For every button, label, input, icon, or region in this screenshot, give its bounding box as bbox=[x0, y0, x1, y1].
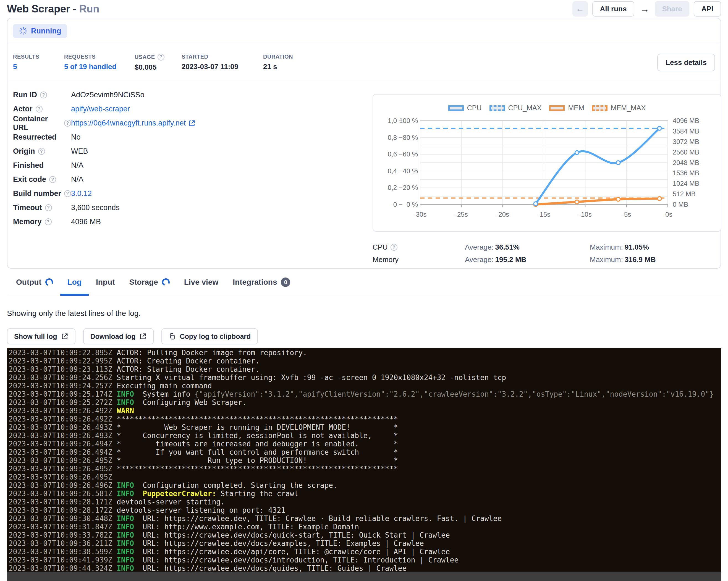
log-text: URL: https://crawlee.dev, TITLE: Crawlee… bbox=[134, 514, 502, 523]
button-label: Copy log to clipboard bbox=[180, 333, 251, 341]
copy-log-to-clipboard-button[interactable]: Copy log to clipboard bbox=[161, 328, 258, 344]
log-timestamp: 2023-03-07T10:09:38.599Z bbox=[8, 548, 112, 556]
svg-text:0 %: 0 % bbox=[407, 201, 418, 208]
field-row: Actor?apify/web-scraper bbox=[13, 102, 196, 116]
previous-run-button[interactable]: ← bbox=[572, 1, 588, 17]
tab-input[interactable]: Input bbox=[96, 278, 115, 287]
svg-text:-25s: -25s bbox=[455, 211, 468, 218]
tab-live-view[interactable]: Live view bbox=[184, 278, 218, 287]
log-timestamp: 2023-03-07T10:09:25.174Z bbox=[8, 390, 112, 398]
help-icon[interactable]: ? bbox=[49, 176, 56, 183]
next-run-button[interactable]: → bbox=[639, 4, 650, 15]
help-icon[interactable]: ? bbox=[40, 91, 47, 98]
external-link-icon bbox=[188, 120, 196, 127]
field-row: Origin?WEB bbox=[13, 144, 196, 158]
top-actions: ← All runs → Share API bbox=[572, 1, 721, 17]
field-value: N/A bbox=[71, 161, 83, 170]
log-timestamp: 2023-03-07T10:09:26.492Z bbox=[8, 406, 112, 415]
log-line: 2023-03-07T10:09:26.495Z * Run type to P… bbox=[8, 456, 721, 465]
legend-item-mem_max[interactable]: MEM_MAX bbox=[592, 104, 646, 112]
tab-log[interactable]: Log bbox=[68, 278, 81, 287]
help-icon[interactable]: ? bbox=[64, 190, 71, 197]
log-line: 2023-03-07T10:09:24.256Z Starting X virt… bbox=[8, 373, 721, 382]
log-text: URL: https://crawlee.dev/docs/examples, … bbox=[134, 539, 424, 548]
metrics-chart-card: CPUCPU_MAXMEMMEM_MAX 1,0100 %0,880 %0,66… bbox=[372, 94, 721, 232]
log-text: * If you want full control and performan… bbox=[112, 448, 398, 456]
button-label: Show full log bbox=[14, 333, 57, 341]
log-text bbox=[112, 548, 117, 556]
log-text bbox=[112, 390, 117, 398]
help-icon[interactable]: ? bbox=[158, 54, 164, 60]
field-value[interactable]: apify/web-scraper bbox=[71, 105, 130, 113]
download-log-button[interactable]: Download log bbox=[83, 328, 154, 344]
legend-item-cpu[interactable]: CPU bbox=[448, 104, 482, 112]
svg-text:2560 MB: 2560 MB bbox=[673, 149, 699, 156]
log-timestamp: 2023-03-07T10:09:26.495Z bbox=[8, 456, 112, 465]
log-line: 2023-03-07T10:09:25.272Z INFO Configurin… bbox=[8, 398, 721, 406]
share-button[interactable]: Share bbox=[655, 1, 689, 17]
help-icon[interactable]: ? bbox=[391, 244, 397, 251]
field-value[interactable]: 3.0.12 bbox=[71, 189, 92, 198]
loading-spinner-icon bbox=[161, 277, 171, 287]
help-icon[interactable]: ? bbox=[45, 218, 52, 225]
usage-row-memory: MemoryAverage:195.2 MBMaximum:316.9 MB bbox=[372, 254, 721, 266]
svg-text:0,6: 0,6 bbox=[388, 150, 397, 158]
field-label: Resurrected bbox=[13, 133, 71, 141]
tab-label: Integrations bbox=[233, 278, 277, 287]
svg-text:0,2: 0,2 bbox=[388, 184, 397, 191]
field-label: Memory? bbox=[13, 217, 71, 226]
help-icon[interactable]: ? bbox=[36, 106, 43, 112]
legend-item-cpu_max[interactable]: CPU_MAX bbox=[490, 104, 542, 112]
stat-value[interactable]: 5 bbox=[13, 62, 64, 71]
log-horizontal-scrollbar[interactable] bbox=[7, 572, 721, 581]
stat-duration: DURATION21 s bbox=[263, 54, 318, 72]
log-timestamp: 2023-03-07T10:09:26.495Z bbox=[8, 473, 112, 481]
log-text: ****************************************… bbox=[112, 415, 398, 423]
help-icon[interactable]: ? bbox=[38, 148, 45, 155]
log-text: INFO bbox=[116, 531, 134, 539]
api-button[interactable]: API bbox=[694, 1, 721, 17]
svg-text:-10s: -10s bbox=[579, 211, 592, 218]
all-runs-button[interactable]: All runs bbox=[592, 1, 634, 17]
page-title-separator: - bbox=[70, 3, 79, 15]
less-details-button[interactable]: Less details bbox=[657, 54, 715, 71]
stat-label: USAGE? bbox=[135, 54, 182, 60]
tab-output[interactable]: Output bbox=[16, 278, 53, 287]
log-line: 2023-03-07T10:09:26.494Z * timeouts are … bbox=[8, 440, 721, 448]
log-line: 2023-03-07T10:09:31.847Z INFO URL: http:… bbox=[8, 523, 721, 531]
svg-text:0 MB: 0 MB bbox=[673, 201, 688, 208]
log-timestamp: 2023-03-07T10:09:26.494Z bbox=[8, 448, 112, 456]
log-text: URL: https://crawlee.dev/api/core, TITLE… bbox=[134, 548, 450, 556]
field-value: AdOz5evimh9NCiSSo bbox=[71, 91, 145, 99]
log-timestamp: 2023-03-07T10:09:25.272Z bbox=[8, 398, 112, 406]
log-text: INFO bbox=[116, 564, 134, 573]
legend-swatch bbox=[592, 105, 607, 111]
legend-label: CPU bbox=[467, 104, 482, 112]
log-console[interactable]: 2023-03-07T10:09:22.895Z ACTOR: Pulling … bbox=[7, 348, 721, 581]
tab-storage[interactable]: Storage bbox=[129, 278, 170, 287]
log-text: ACTOR: Pulling Docker image from reposit… bbox=[112, 348, 307, 357]
usage-label: Memory bbox=[372, 256, 465, 264]
log-line: 2023-03-07T10:09:26.495Z ***************… bbox=[8, 465, 721, 473]
help-icon[interactable]: ? bbox=[45, 204, 52, 211]
stat-value[interactable]: 5 of 19 handled bbox=[64, 62, 135, 71]
field-value: N/A bbox=[71, 175, 83, 184]
log-text: Executing main command bbox=[112, 382, 212, 390]
stats-columns: RESULTS5REQUESTS5 of 19 handledUSAGE?$0.… bbox=[13, 54, 318, 72]
show-full-log-button[interactable]: Show full log bbox=[7, 328, 75, 344]
log-buttons: Show full logDownload logCopy log to cli… bbox=[7, 328, 258, 344]
help-icon[interactable]: ? bbox=[64, 120, 71, 127]
log-text: INFO bbox=[116, 490, 134, 498]
tab-integrations[interactable]: Integrations0 bbox=[233, 278, 290, 287]
log-text: INFO bbox=[116, 523, 134, 531]
log-text: INFO bbox=[116, 481, 134, 490]
svg-text:100 %: 100 % bbox=[399, 117, 418, 124]
log-line: 2023-03-07T10:09:25.174Z INFO System inf… bbox=[8, 390, 721, 398]
legend-item-mem[interactable]: MEM bbox=[549, 104, 584, 112]
log-timestamp: 2023-03-07T10:09:24.257Z bbox=[8, 382, 112, 390]
legend-label: MEM_MAX bbox=[611, 104, 646, 112]
running-status-label: Running bbox=[31, 27, 61, 35]
log-note: Showing only the latest lines of the log… bbox=[7, 309, 141, 318]
svg-text:40 %: 40 % bbox=[403, 167, 418, 175]
field-value[interactable]: https://0q64wnacgyft.runs.apify.net bbox=[71, 119, 196, 127]
